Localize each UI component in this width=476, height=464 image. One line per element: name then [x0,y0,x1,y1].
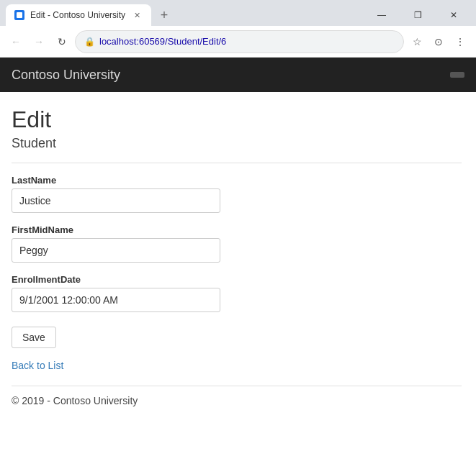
footer-divider [12,386,462,386]
back-to-list-link[interactable]: Back to List [12,360,63,371]
last-name-group: LastName [12,175,462,213]
address-text: localhost:60569/Student/Edit/6 [99,36,395,47]
active-tab[interactable]: Edit - Contoso University ✕ [6,4,151,26]
close-button[interactable]: ✕ [437,4,470,26]
title-bar: Edit - Contoso University ✕ + — ❒ ✕ [0,0,476,26]
first-mid-name-input[interactable] [12,238,220,263]
back-button[interactable]: ← [6,32,26,52]
last-name-label: LastName [12,175,462,186]
tab-favicon [14,10,24,20]
page-subheading: Student [12,136,462,151]
page-content: Edit Student LastName FirstMidName Enrol… [0,92,476,464]
browser-chrome: Edit - Contoso University ✕ + — ❒ ✕ ← → … [0,0,476,58]
lock-icon: 🔒 [84,37,95,47]
restore-button[interactable]: ❒ [401,4,434,26]
enrollment-date-group: EnrollmentDate [12,274,462,312]
edit-form: LastName FirstMidName EnrollmentDate Sav… [12,175,462,360]
minimize-button[interactable]: — [365,4,398,26]
tab-title: Edit - Contoso University [30,10,125,20]
section-divider [12,163,462,163]
forward-button[interactable]: → [29,32,49,52]
app-title: Contoso University [12,68,120,83]
bookmark-button[interactable]: ☆ [407,32,427,52]
app-header: Contoso University [0,58,476,92]
account-button[interactable]: ⊙ [428,32,449,52]
first-mid-name-group: FirstMidName [12,224,462,263]
new-tab-button[interactable]: + [154,5,174,25]
reload-button[interactable]: ↻ [52,32,72,52]
nav-actions: ☆ ⊙ ⋮ [407,32,470,52]
nav-bar: ← → ↻ 🔒 localhost:60569/Student/Edit/6 ☆… [0,26,476,58]
last-name-input[interactable] [12,188,220,213]
header-button[interactable] [450,72,464,78]
footer-text: © 2019 - Contoso University [12,395,462,406]
window-controls: — ❒ ✕ [365,4,470,26]
enrollment-date-label: EnrollmentDate [12,274,462,285]
enrollment-date-input[interactable] [12,288,220,312]
save-button[interactable]: Save [12,327,56,348]
menu-button[interactable]: ⋮ [450,32,470,52]
address-bar[interactable]: 🔒 localhost:60569/Student/Edit/6 [75,30,404,53]
page-heading: Edit [12,106,462,133]
tab-close-button[interactable]: ✕ [131,9,143,21]
first-mid-name-label: FirstMidName [12,224,462,235]
